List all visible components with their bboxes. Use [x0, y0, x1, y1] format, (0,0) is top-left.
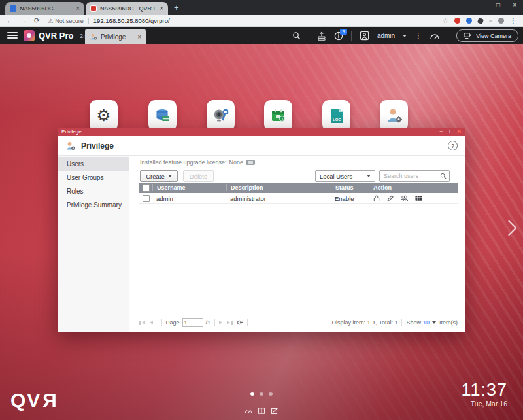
page-total: /1 — [206, 319, 211, 326]
user-type-select[interactable]: Local Users — [315, 170, 375, 182]
desktop-icon-privilege[interactable] — [380, 100, 408, 131]
page-dot[interactable] — [260, 392, 263, 396]
app-tab-close-icon[interactable]: × — [137, 33, 141, 41]
previous-page-button[interactable] — [150, 321, 153, 324]
edit-profile-icon[interactable] — [386, 194, 394, 202]
maximize-icon[interactable]: □ — [496, 1, 500, 9]
search-input[interactable] — [382, 172, 440, 180]
divider — [88, 18, 89, 24]
brand-name: QVR Pro — [39, 31, 73, 41]
desktop-icon-storage[interactable] — [148, 100, 177, 131]
address-bar[interactable]: ⚠ Not secure 192.168.50.25:8080/qvrpro/ — [48, 17, 443, 24]
extension-icon[interactable] — [498, 18, 504, 24]
browser-menu-icon[interactable]: ⋮ — [510, 17, 516, 24]
edit-privilege-icon[interactable] — [414, 194, 423, 202]
divider — [161, 319, 162, 326]
notifications-icon[interactable]: 3 — [334, 31, 343, 41]
desktop-icon-logs[interactable]: LOG — [322, 100, 350, 131]
window-sidebar: Users User Groups Roles Privilege Summar… — [58, 156, 129, 332]
first-page-button[interactable] — [139, 321, 145, 325]
page-dot-active[interactable] — [250, 392, 254, 396]
help-icon[interactable]: ? — [448, 141, 458, 150]
browser-tab-nas[interactable]: NAS5996DC × — [5, 2, 84, 15]
display-summary: Display item: 1-1, Total: 1 — [332, 319, 398, 326]
backup-upload-icon[interactable] — [317, 31, 326, 41]
new-tab-button[interactable]: + — [174, 3, 179, 12]
next-page-button[interactable] — [219, 321, 222, 324]
window-maximize-icon[interactable]: + — [448, 129, 451, 135]
browser-tab-qvrpro[interactable]: NAS5996DC - QVR Pro × — [86, 2, 168, 15]
row-checkbox[interactable] — [143, 195, 150, 202]
qvr-wallpaper-logo: QVR — [10, 389, 57, 411]
clock-date: Tue, Mar 16 — [461, 400, 507, 408]
window-minimize-icon[interactable]: − — [439, 129, 443, 135]
sidebar-item-privilege-summary[interactable]: Privilege Summary — [58, 198, 129, 212]
main-menu-icon[interactable] — [7, 32, 18, 40]
bookmark-star-icon[interactable]: ☆ — [443, 17, 448, 24]
extension-pin-icon[interactable] — [477, 17, 484, 24]
page-dot[interactable] — [269, 392, 273, 396]
desktop-icon-camera-settings[interactable] — [207, 100, 235, 131]
items-label: Item(s) — [439, 319, 458, 326]
column-username[interactable]: Username — [152, 184, 226, 191]
license-line: Installed feature upgrade license: None — [140, 159, 255, 166]
page-input[interactable] — [182, 318, 203, 327]
chevron-down-icon — [367, 175, 371, 177]
dashboard-icon[interactable] — [245, 406, 252, 417]
footer-right: Display item: 1-1, Total: 1 Show 10 Item… — [332, 319, 458, 326]
delete-button[interactable]: Delete — [183, 170, 214, 182]
page-size-value[interactable]: 10 — [423, 319, 430, 326]
search-icon[interactable] — [292, 31, 301, 40]
minimize-icon[interactable]: − — [480, 1, 484, 9]
window-close-icon[interactable]: ✕ — [456, 129, 462, 135]
extension-icon[interactable] — [466, 18, 472, 24]
desktop-icon-event-schedule[interactable] — [264, 100, 292, 131]
sidebar-item-users[interactable]: Users — [58, 157, 129, 171]
tab-close-icon[interactable]: × — [76, 5, 80, 12]
cell-actions — [369, 194, 458, 202]
logo-text: QV — [10, 389, 41, 411]
column-status[interactable]: Status — [331, 184, 369, 191]
view-camera-button[interactable]: View Camera — [456, 29, 518, 42]
select-all-checkbox[interactable] — [143, 184, 150, 192]
sidebar-item-roles[interactable]: Roles — [58, 184, 129, 198]
divider — [247, 319, 248, 326]
reload-icon[interactable]: ⟳ — [34, 17, 40, 24]
extension-icon[interactable] — [454, 18, 460, 24]
close-icon[interactable]: × — [513, 1, 516, 9]
last-page-button[interactable] — [227, 321, 233, 325]
desktop-clock: 11:37 Tue, Mar 16 — [461, 381, 507, 408]
desktop-wallpaper: ⚙ — [0, 44, 523, 420]
privilege-user-icon — [90, 33, 97, 41]
chevron-down-icon[interactable] — [432, 321, 436, 324]
search-icon[interactable] — [440, 173, 447, 179]
refresh-icon[interactable]: ⟳ — [237, 319, 243, 326]
desktop-icon-system-settings[interactable]: ⚙ — [90, 100, 118, 131]
column-description[interactable]: Description — [226, 184, 331, 191]
user-group-icon[interactable] — [400, 194, 409, 202]
chevron-down-icon[interactable] — [403, 35, 407, 37]
window-titlebar[interactable]: Privilege − + ✕ — [58, 128, 465, 136]
create-button[interactable]: Create — [140, 170, 178, 182]
more-options-icon[interactable]: ⋮ — [414, 31, 422, 40]
change-password-icon[interactable] — [373, 194, 380, 202]
back-icon[interactable]: ← — [7, 17, 14, 24]
username-label[interactable]: admin — [377, 32, 395, 39]
forward-icon[interactable]: → — [20, 17, 27, 24]
gear-icon: ⚙ — [96, 107, 110, 124]
users-table: Username Description Status Action admin… — [139, 183, 458, 204]
privilege-user-icon — [65, 141, 76, 151]
table-row[interactable]: admin administrator Enable — [139, 193, 458, 204]
sidebar-item-user-groups[interactable]: User Groups — [58, 171, 129, 184]
window-titlebar-title: Privilege — [61, 129, 439, 135]
edit-note-icon[interactable] — [271, 406, 278, 417]
page-label: Page — [166, 319, 180, 326]
qvr-pro-logo[interactable] — [24, 30, 35, 41]
user-account-icon[interactable] — [360, 31, 369, 41]
layout-panels-icon[interactable] — [258, 406, 265, 417]
app-tab-privilege[interactable]: Privilege × — [85, 29, 146, 44]
tab-close-icon[interactable]: × — [160, 5, 163, 12]
extension-list-icon[interactable]: ≡ — [489, 18, 492, 24]
dashboard-gauge-icon[interactable] — [430, 31, 440, 41]
desktop-bottom-icons — [245, 406, 278, 417]
